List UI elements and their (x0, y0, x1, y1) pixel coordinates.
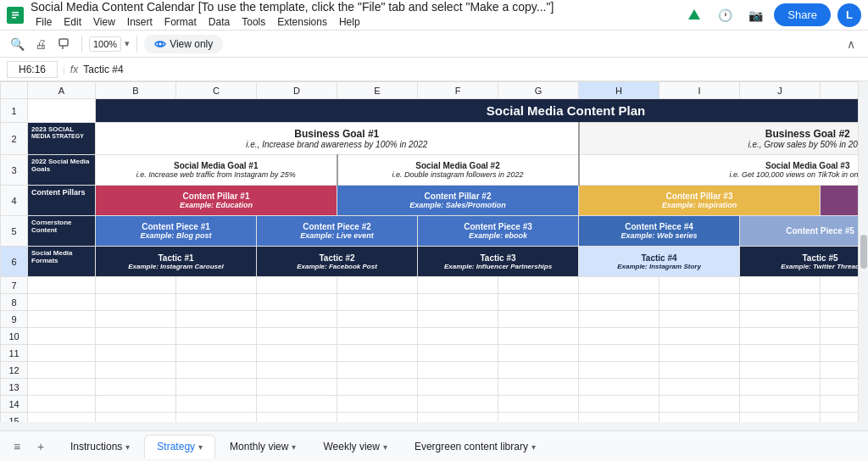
smg2-sub: i.e. Double instagram followers in 2022 (342, 170, 575, 179)
cell-tactic-3[interactable]: Tactic #3 Example: Influencer Partnershi… (418, 247, 579, 277)
pillar2-sub: Example: Sales/Promotion (341, 201, 575, 209)
menu-view[interactable]: View (88, 14, 120, 30)
cell-piece-1[interactable]: Content Piece #1 Example: Blog post (96, 216, 257, 247)
add-to-drive-icon[interactable] (682, 3, 706, 27)
row-header-10[interactable]: 10 (1, 328, 28, 345)
paint-format-icon[interactable] (54, 34, 75, 54)
formula-value[interactable]: Tactic #4 (83, 64, 861, 75)
col-header-A[interactable]: A (28, 82, 96, 99)
menu-edit[interactable]: Edit (58, 14, 86, 30)
zoom-dropdown-icon[interactable]: ▾ (125, 38, 130, 49)
row-header-14[interactable]: 14 (1, 396, 28, 413)
row-12: 12 (1, 362, 869, 379)
cell-sm-goal-2[interactable]: Social Media Goal #2 i.e. Double instagr… (337, 155, 579, 186)
menu-data[interactable]: Data (203, 14, 235, 30)
col-header-C[interactable]: C (176, 82, 257, 99)
cell-tactic-4[interactable]: Tactic #4 Example: Instagram Story (579, 247, 740, 277)
menu-extensions[interactable]: Extensions (272, 14, 332, 30)
cell-A7[interactable] (28, 277, 96, 294)
vertical-scrollbar[interactable] (858, 81, 868, 422)
cell-pillar-3[interactable]: Content Pillar #3 Example: Inspiration (579, 186, 821, 216)
cell-reference[interactable]: H6:16 (7, 61, 58, 78)
tab-monthly-view-dropdown-icon[interactable]: ▾ (292, 442, 296, 452)
row-header-7[interactable]: 7 (1, 277, 28, 294)
col-header-G[interactable]: G (498, 82, 579, 99)
tab-evergreen-dropdown-icon[interactable]: ▾ (531, 442, 536, 452)
row-header-1[interactable]: 1 (1, 99, 28, 123)
piece3-title: Content Piece #3 (421, 222, 575, 231)
cell-tactic-5[interactable]: Tactic #5 Example: Twitter Thread (740, 247, 869, 277)
collapse-icon[interactable]: ∧ (841, 34, 861, 54)
search-icon[interactable]: 🔍 (7, 34, 27, 54)
cell-A4[interactable]: Content Pillars (28, 186, 96, 216)
cell-A3[interactable]: 2022 Social Media Goals (28, 155, 96, 186)
cell-piece-5[interactable]: Content Piece #5 (740, 216, 869, 247)
cell-piece-2[interactable]: Content Piece #2 Example: Live event (257, 216, 418, 247)
cell-pillar-1[interactable]: Content Pillar #1 Example: Education (96, 186, 337, 216)
cell-business-goal-2[interactable]: Business Goal #2 i.e., Grow sales by 50%… (579, 123, 869, 155)
view-only-button[interactable]: View only (144, 35, 223, 53)
cell-sm-goal-3[interactable]: Social Media Goal #3 i.e. Get 100,000 vi… (579, 155, 869, 186)
document-title[interactable]: Social Media Content Calendar [To use th… (31, 0, 676, 14)
smg2-title: Social Media Goal #2 (342, 161, 575, 170)
cell-sm-goal-1[interactable]: Social Media Goal #1 i.e. Increase web t… (96, 155, 337, 186)
row-header-3[interactable]: 3 (1, 155, 28, 186)
cell-A6[interactable]: Social Media Formats (28, 247, 96, 277)
print-icon[interactable]: 🖨 (31, 34, 51, 54)
cell-title[interactable]: Social Media Content Plan (96, 99, 869, 123)
row-header-6[interactable]: 6 (1, 247, 28, 277)
row-header-15[interactable]: 15 (1, 413, 28, 423)
tactic4-title: Tactic #4 (582, 253, 736, 263)
cell-tactic-2[interactable]: Tactic #2 Example: Facebook Post (257, 247, 418, 277)
menu-format[interactable]: Format (159, 14, 202, 30)
add-sheet-button[interactable]: ≡ (7, 436, 27, 457)
meet-icon[interactable]: 📷 (743, 3, 767, 27)
col-header-B[interactable]: B (96, 82, 176, 99)
row-header-13[interactable]: 13 (1, 379, 28, 396)
tab-strategy-dropdown-icon[interactable]: ▾ (198, 442, 203, 452)
cell-piece-3[interactable]: Content Piece #3 Example: ebook (418, 216, 579, 247)
menu-help[interactable]: Help (334, 14, 365, 30)
cell-business-goal-1[interactable]: Business Goal #1 i.e., Increase brand aw… (96, 123, 579, 155)
row-1: 1 Social Media Content Plan (1, 99, 869, 123)
row-header-8[interactable]: 8 (1, 294, 28, 311)
col-header-F[interactable]: F (418, 82, 498, 99)
bg2-title: Business Goal #2 (583, 128, 869, 140)
cell-A1[interactable] (28, 99, 96, 123)
col-header-D[interactable]: D (257, 82, 337, 99)
zoom-select[interactable]: 100% (89, 36, 121, 52)
menu-tools[interactable]: Tools (236, 14, 270, 30)
avatar[interactable]: L (837, 3, 861, 27)
tab-evergreen[interactable]: Evergreen content library ▾ (402, 435, 548, 458)
row-header-2[interactable]: 2 (1, 123, 28, 155)
history-icon[interactable]: 🕐 (713, 3, 737, 27)
col-header-J[interactable]: J (740, 82, 821, 99)
cell-tactic-1[interactable]: Tactic #1 Example: Instagram Carousel (96, 247, 257, 277)
tab-instructions[interactable]: Instructions ▾ (58, 435, 142, 458)
scrollbar-thumb[interactable] (860, 235, 867, 269)
menu-insert[interactable]: Insert (122, 14, 158, 30)
tab-weekly-view-dropdown-icon[interactable]: ▾ (383, 442, 387, 452)
cell-pillar-2[interactable]: Content Pillar #2 Example: Sales/Promoti… (337, 186, 579, 216)
tab-strategy[interactable]: Strategy ▾ (144, 435, 215, 458)
label-content-pillars: Content Pillars (31, 188, 92, 197)
col-header-H[interactable]: H (579, 82, 659, 99)
row-header-12[interactable]: 12 (1, 362, 28, 379)
cell-A2[interactable]: 2023 SOCIAL MEDIA STRATEGY (28, 123, 96, 155)
cell-A5[interactable]: Cornerstone Content (28, 216, 96, 247)
col-header-E[interactable]: E (337, 82, 418, 99)
col-header-I[interactable]: I (659, 82, 740, 99)
row-header-4[interactable]: 4 (1, 186, 28, 216)
row-header-9[interactable]: 9 (1, 311, 28, 328)
tactic5-title: Tactic #5 (743, 253, 868, 263)
add-sheet-icon[interactable]: + (31, 436, 51, 457)
tab-weekly-view[interactable]: Weekly view ▾ (310, 435, 399, 458)
row-header-11[interactable]: 11 (1, 345, 28, 362)
menu-file[interactable]: File (31, 14, 57, 30)
tab-instructions-dropdown-icon[interactable]: ▾ (125, 442, 130, 452)
share-button[interactable]: Share (774, 3, 831, 26)
row-header-5[interactable]: 5 (1, 216, 28, 247)
cell-piece-4[interactable]: Content Piece #4 Example: Web series (579, 216, 740, 247)
horizontal-scrollbar[interactable] (0, 422, 868, 430)
tab-monthly-view[interactable]: Monthly view ▾ (217, 435, 309, 458)
